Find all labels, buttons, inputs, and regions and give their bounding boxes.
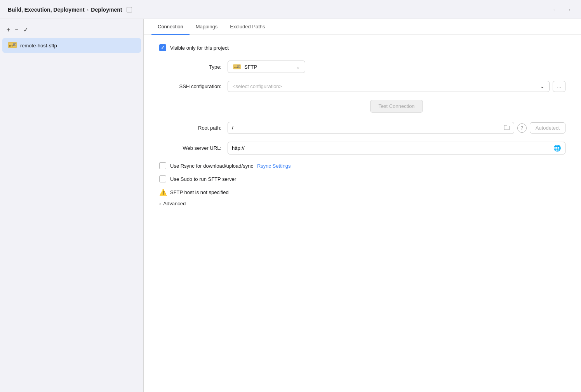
type-label: Type: <box>159 64 221 70</box>
type-control: SFTP SFTP ⌄ <box>228 61 565 73</box>
check-button[interactable]: ✓ <box>21 25 30 34</box>
title-bar: Build, Execution, Deployment › Deploymen… <box>0 0 581 19</box>
warning-row: ⚠️ SFTP host is not specified <box>159 189 565 196</box>
type-select[interactable]: SFTP SFTP ⌄ <box>228 61 305 73</box>
svg-rect-8 <box>237 65 240 66</box>
advanced-row[interactable]: › Advanced <box>159 201 565 206</box>
test-connection-button[interactable]: Test Connection <box>370 100 423 113</box>
ssh-caret-icon: ⌄ <box>540 83 544 89</box>
type-value: SFTP <box>244 64 257 70</box>
visible-only-label: Visible only for this project <box>170 45 229 51</box>
more-button[interactable]: ... <box>553 81 565 92</box>
svg-rect-10 <box>237 67 240 68</box>
ssh-placeholder: <select configuration> <box>233 83 282 89</box>
remove-button[interactable]: − <box>13 26 20 34</box>
visible-only-checkbox[interactable]: ✓ <box>159 44 166 51</box>
type-row: Type: SFTP SFTP ⌄ <box>159 61 565 73</box>
ssh-label: SSH configuration: <box>159 83 221 89</box>
sudo-checkbox[interactable] <box>159 175 166 182</box>
add-button[interactable]: + <box>5 26 12 34</box>
web-server-control: 🌐 <box>228 142 565 154</box>
nav-back-button[interactable]: ← <box>551 5 560 14</box>
warning-icon: ⚠️ <box>159 189 167 196</box>
type-sftp-icon: SFTP <box>233 63 241 70</box>
svg-rect-5 <box>13 45 16 46</box>
checkmark-icon: ✓ <box>161 45 165 50</box>
sudo-row: Use Sudo to run SFTP server <box>159 175 565 182</box>
root-path-input[interactable] <box>232 125 504 131</box>
form-area: ✓ Visible only for this project Type: SF… <box>144 35 581 392</box>
nav-buttons: ← → <box>551 5 573 19</box>
ssh-control: <select configuration> ⌄ ... <box>228 81 565 92</box>
folder-icon <box>504 125 510 131</box>
minus-icon: − <box>15 26 18 33</box>
window-icon[interactable] <box>127 7 132 12</box>
chevron-right-icon: › <box>159 201 161 206</box>
autodetect-button[interactable]: Autodetect <box>530 122 565 134</box>
root-path-label: Root path: <box>159 125 221 131</box>
rsync-label: Use Rsync for download/upload/sync <box>170 163 253 169</box>
svg-rect-4 <box>13 44 15 45</box>
breadcrumb-part2: Deployment <box>91 7 122 13</box>
sftp-icon: SFTP <box>8 41 17 50</box>
sidebar: + − ✓ SFTP <box>0 19 144 392</box>
check-icon: ✓ <box>23 26 28 33</box>
window: Build, Execution, Deployment › Deploymen… <box>0 0 581 392</box>
tab-connection[interactable]: Connection <box>151 19 190 35</box>
root-path-input-area[interactable] <box>228 122 514 134</box>
ssh-config-row: SSH configuration: <select configuration… <box>159 81 565 92</box>
tab-mappings[interactable]: Mappings <box>190 19 224 35</box>
breadcrumb-part1: Build, Execution, Deployment <box>8 7 85 13</box>
sidebar-item-remote-host-sftp[interactable]: SFTP remote-host-sftp <box>2 38 141 53</box>
main-content: + − ✓ SFTP <box>0 19 581 392</box>
web-server-label: Web server URL: <box>159 145 221 151</box>
caret-icon: ⌄ <box>296 64 300 70</box>
web-server-url-input-area[interactable]: 🌐 <box>228 142 565 154</box>
add-icon: + <box>7 26 10 33</box>
web-server-url-row: Web server URL: 🌐 <box>159 142 565 154</box>
root-path-control: ? Autodetect <box>228 122 565 134</box>
nav-forward-button[interactable]: → <box>564 5 573 14</box>
sidebar-toolbar: + − ✓ <box>0 23 143 38</box>
tabs-bar: Connection Mappings Excluded Paths <box>144 19 581 35</box>
globe-icon: 🌐 <box>553 144 561 152</box>
warning-text: SFTP host is not specified <box>170 189 229 195</box>
svg-rect-9 <box>237 66 239 66</box>
sidebar-item-label: remote-host-sftp <box>20 43 57 49</box>
visible-only-row: ✓ Visible only for this project <box>159 44 565 51</box>
svg-rect-3 <box>13 43 16 44</box>
ssh-config-select[interactable]: <select configuration> ⌄ <box>228 81 550 92</box>
detail-panel: Connection Mappings Excluded Paths ✓ Vis… <box>144 19 581 392</box>
web-server-url-input[interactable] <box>232 145 553 151</box>
test-connection-row: Test Connection <box>228 100 565 113</box>
breadcrumb: Build, Execution, Deployment › Deploymen… <box>8 7 132 17</box>
rsync-settings-link[interactable]: Rsync Settings <box>257 163 291 169</box>
rsync-row: Use Rsync for download/upload/sync Rsync… <box>159 162 565 169</box>
advanced-label: Advanced <box>163 201 186 206</box>
rsync-checkbox[interactable] <box>159 162 166 169</box>
question-icon: ? <box>521 125 524 131</box>
root-path-row: Root path: ? <box>159 122 565 134</box>
help-button[interactable]: ? <box>517 123 527 133</box>
breadcrumb-separator: › <box>87 7 89 13</box>
tab-excluded-paths[interactable]: Excluded Paths <box>224 19 271 35</box>
sudo-label: Use Sudo to run SFTP server <box>170 176 236 182</box>
